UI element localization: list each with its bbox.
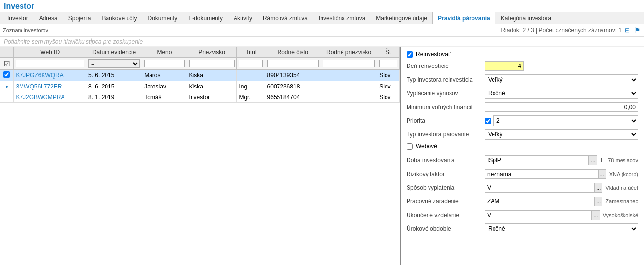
group-hint: Potiahnite sem myšou hlavičku stĺpca pre…: [0, 37, 644, 47]
col-header-rodnepriezvisko[interactable]: Rodné priezvisko: [321, 47, 377, 58]
urokove-obdobie-label: Úrokové obdobie: [407, 225, 485, 232]
filter-titul: [237, 58, 265, 70]
tab-pravidla[interactable]: Pravidlá párovania: [432, 12, 495, 24]
reinvestovat-checkbox[interactable]: [407, 51, 413, 58]
sposob-vyplatenia-row: Spôsob vyplatenia ... Vklad na účet: [407, 182, 638, 193]
tab-aktivity[interactable]: Aktivity: [228, 12, 258, 24]
sposob-vyplatenia-browse-btn[interactable]: ...: [594, 183, 602, 193]
filter-meno-input[interactable]: [144, 60, 184, 67]
tab-marketingove[interactable]: Marketingové údaje: [370, 12, 432, 24]
filter-meno: [142, 58, 187, 70]
toolbar-right: Riadok: 2 / 3 | Počet označených záznamo…: [501, 26, 641, 34]
tab-spojenia[interactable]: Spojenia: [63, 12, 97, 24]
select-all-icon[interactable]: ☑: [4, 60, 10, 67]
table-body: K7JPGZ6KWQRA 5. 6. 2015 Maros Kiska 8904…: [0, 70, 400, 103]
doba-investovania-browse-btn[interactable]: ...: [589, 155, 597, 165]
tab-investicna[interactable]: Investičná zmluva: [313, 12, 370, 24]
filter-datum-select[interactable]: =: [88, 59, 140, 68]
tab-investor[interactable]: Investor: [2, 12, 34, 24]
col-header-priezvisko[interactable]: Priezvisko: [187, 47, 237, 58]
tab-bar: Investor Adresa Spojenia Bankové účty Do…: [0, 12, 644, 24]
col-header-webid[interactable]: Web ID: [14, 47, 86, 58]
pracovne-zaradenie-row: Pracovné zaradenie ... Zamestnanec: [407, 196, 638, 207]
sposob-vyplatenia-label: Spôsob vyplatenia: [407, 184, 485, 191]
cell-priezvisko: Kiska: [187, 70, 237, 81]
row-cb[interactable]: [0, 70, 14, 81]
ukoncene-vzdelanie-input[interactable]: [485, 210, 591, 220]
filter-priezvisko-input[interactable]: [189, 60, 235, 67]
pracovne-zaradenie-input[interactable]: [485, 197, 594, 206]
typ-investora-parovanie-select[interactable]: Veľký: [485, 129, 638, 140]
cell-datum: 5. 6. 2015: [86, 70, 142, 81]
row-checkbox[interactable]: [3, 71, 10, 78]
row-dot: •: [0, 81, 14, 92]
filter-datum: =: [86, 58, 142, 70]
doba-investovania-input[interactable]: [485, 155, 589, 165]
col-header-titul[interactable]: Titul: [237, 47, 265, 58]
tab-ramcova[interactable]: Rámcová zmluva: [258, 12, 313, 24]
vyplacanie-vynosov-label: Vyplácanie výnosov: [407, 90, 485, 97]
cell-rodnepriezvisko: [321, 92, 377, 103]
typ-investora-reinvesticia-select[interactable]: Veľký: [485, 74, 638, 85]
minimum-volnych-financii-input[interactable]: [485, 102, 638, 112]
ukoncene-vzdelanie-browse-btn[interactable]: ...: [591, 210, 600, 220]
table-row[interactable]: K7J2GBWGMPRA 8. 1. 2019 Tomáš Investor M…: [0, 92, 400, 103]
filter-titul-input[interactable]: [239, 60, 262, 67]
table-row[interactable]: K7JPGZ6KWQRA 5. 6. 2015 Maros Kiska 8904…: [0, 70, 400, 81]
cell-st: Slov: [377, 70, 400, 81]
cell-rodne: 8904139354: [265, 70, 321, 81]
ukoncene-vzdelanie-label: Ukončené vzdelanie: [407, 212, 485, 219]
col-header-datum[interactable]: Dátum evidencie: [86, 47, 142, 58]
vyplacanie-vynosov-select[interactable]: Ročné: [485, 88, 638, 99]
webove-row: Webové: [407, 143, 638, 150]
col-header-rodne[interactable]: Rodné číslo: [265, 47, 321, 58]
cell-st: Slov: [377, 92, 400, 103]
pracovne-zaradenie-label: Pracovné zaradenie: [407, 198, 485, 205]
sposob-vyplatenia-input[interactable]: [485, 183, 594, 193]
tab-edokumenty[interactable]: E-dokumenty: [183, 12, 228, 24]
pracovne-zaradenie-hint: Zamestnanec: [605, 199, 638, 204]
col-header-cb: [0, 47, 14, 58]
urokove-obdobie-control: Ročné: [485, 223, 638, 234]
col-header-st[interactable]: Št: [377, 47, 400, 58]
tab-bankove-ucty[interactable]: Bankové účty: [96, 12, 142, 24]
minimum-volnych-financii-control: [485, 102, 638, 112]
filter-rodnepriezvisko-input[interactable]: [323, 60, 375, 67]
sposob-vyplatenia-hint: Vklad na účet: [605, 185, 638, 191]
filter-st-input[interactable]: [379, 60, 397, 67]
col-header-meno[interactable]: Meno: [142, 47, 187, 58]
tab-adresa[interactable]: Adresa: [34, 12, 63, 24]
priorita-select[interactable]: 2: [493, 115, 638, 126]
priorita-row: Priorita 2: [407, 115, 638, 126]
pracovne-zaradenie-browse-btn[interactable]: ...: [594, 197, 602, 206]
title-bar: Investor: [0, 0, 644, 12]
app-title: Investor: [4, 2, 34, 10]
typ-investora-reinvesticia-control: Veľký: [485, 74, 638, 85]
tab-dokumenty[interactable]: Dokumenty: [142, 12, 183, 24]
den-reinvesticie-input[interactable]: [485, 61, 524, 71]
webove-checkbox[interactable]: [407, 143, 413, 150]
cell-webid: 3MWQ56L772ER: [14, 81, 86, 92]
den-reinvesticie-control: [485, 61, 638, 71]
pracovne-zaradenie-control: ...: [485, 197, 602, 206]
typ-investora-reinvesticia-label: Typ investora reinvestícia: [407, 76, 485, 83]
priorita-checkbox[interactable]: [485, 118, 491, 124]
right-panel: Reinvestovať Deň reinvestície Typ invest…: [401, 47, 644, 265]
rizikovy-faktor-input[interactable]: [485, 169, 598, 179]
cell-datum: 8. 1. 2019: [86, 92, 142, 103]
ukoncene-vzdelanie-control: ...: [485, 210, 600, 220]
tab-kategoria[interactable]: Kategória investora: [495, 12, 557, 24]
table-row[interactable]: • 3MWQ56L772ER 8. 6. 2015 Jaroslav Kiska…: [0, 81, 400, 92]
flag-icon[interactable]: ⚑: [633, 26, 641, 34]
filter-row: ☑ =: [0, 58, 400, 70]
priorita-control: 2: [485, 115, 638, 126]
cell-datum: 8. 6. 2015: [86, 81, 142, 92]
rizikovy-faktor-browse-btn[interactable]: ...: [598, 169, 606, 179]
filter-rodne: [265, 58, 321, 70]
filter-webid-input[interactable]: [16, 60, 84, 67]
urokove-obdobie-select[interactable]: Ročné: [485, 223, 638, 234]
filter-rodne-input[interactable]: [267, 60, 319, 67]
filter-icon[interactable]: ⊟: [623, 26, 631, 34]
cell-titul: [237, 70, 265, 81]
rizikovy-faktor-row: Rizikový faktor ... XNA (kcorp): [407, 169, 638, 179]
